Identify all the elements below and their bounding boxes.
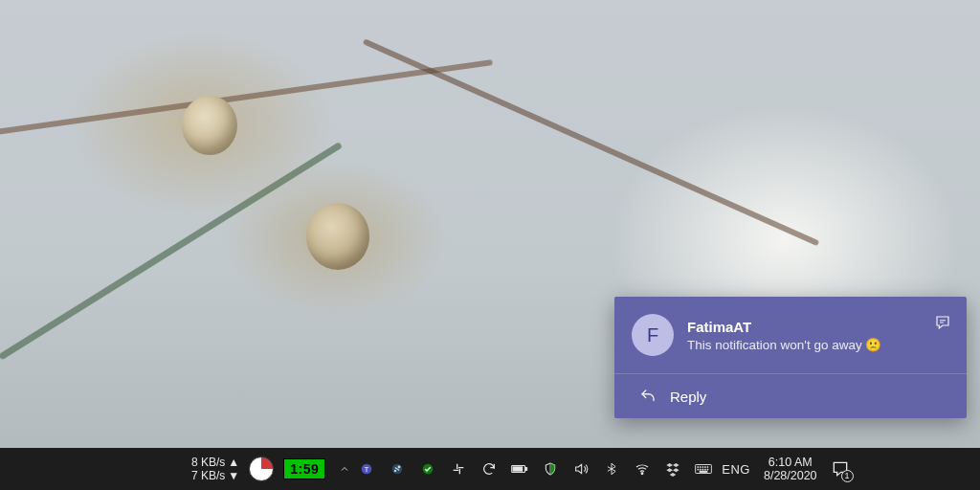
clock-date: 8/28/2020 <box>764 469 817 482</box>
svg-point-3 <box>398 466 401 469</box>
volume-tray-icon[interactable] <box>572 460 590 478</box>
svg-point-6 <box>423 464 434 475</box>
wallpaper-decor <box>182 96 237 155</box>
sender-avatar: F <box>632 314 674 356</box>
system-tray: T <box>358 460 712 478</box>
svg-rect-9 <box>513 467 523 471</box>
sync-tray-icon[interactable] <box>480 460 498 478</box>
svg-rect-22 <box>700 471 707 472</box>
disk-usage-icon[interactable] <box>249 457 274 481</box>
timer-widget[interactable]: 1:59 <box>283 458 325 479</box>
network-rate-meter[interactable]: 8 KB/s▲ 7 KB/s▼ <box>191 456 239 482</box>
wifi-tray-icon[interactable] <box>634 460 651 478</box>
upload-rate: 8 KB/s <box>191 456 225 469</box>
svg-point-21 <box>707 469 708 470</box>
svg-point-16 <box>707 467 708 468</box>
wallpaper-decor <box>363 38 819 246</box>
language-indicator[interactable]: ENG <box>722 462 750 477</box>
security-tray-icon[interactable] <box>542 460 559 478</box>
down-arrow-icon: ▼ <box>228 469 239 482</box>
svg-point-15 <box>705 467 706 468</box>
teams-notification-toast[interactable]: F FatimaAT This notification won't go aw… <box>614 297 967 418</box>
svg-point-4 <box>394 470 396 472</box>
toast-body-area[interactable]: F FatimaAT This notification won't go aw… <box>614 297 967 373</box>
svg-point-13 <box>701 467 702 468</box>
tray-overflow-chevron-icon[interactable] <box>339 463 350 475</box>
reply-button[interactable]: Reply <box>614 374 967 418</box>
sender-name: FatimaAT <box>687 319 921 335</box>
chat-icon <box>934 314 951 331</box>
svg-rect-8 <box>526 468 527 471</box>
wallpaper-decor <box>0 142 343 361</box>
wallpaper-decor <box>306 203 369 270</box>
taskbar-clock[interactable]: 6:10 AM 8/28/2020 <box>764 456 817 482</box>
svg-point-18 <box>701 469 702 470</box>
battery-tray-icon[interactable] <box>511 460 528 478</box>
svg-point-10 <box>641 473 643 475</box>
reply-icon <box>639 388 657 405</box>
svg-point-20 <box>705 469 706 470</box>
svg-text:T: T <box>365 465 369 474</box>
dropbox-tray-icon[interactable] <box>664 460 681 478</box>
steam-tray-icon[interactable] <box>389 460 406 478</box>
up-arrow-icon: ▲ <box>228 456 239 469</box>
action-center-button[interactable]: 1 <box>831 459 850 479</box>
clock-time: 6:10 AM <box>768 456 813 469</box>
notification-count-badge: 1 <box>841 470 854 482</box>
message-preview: This notification won't go away 🙁 <box>687 337 921 352</box>
bluetooth-tray-icon[interactable] <box>603 460 620 478</box>
touch-keyboard-tray-icon[interactable] <box>695 460 712 478</box>
teams-tray-icon[interactable]: T <box>358 460 375 478</box>
download-rate: 7 KB/s <box>191 469 225 482</box>
taskbar: 8 KB/s▲ 7 KB/s▼ 1:59 T <box>0 448 980 490</box>
svg-point-14 <box>702 467 703 468</box>
status-ok-tray-icon[interactable] <box>419 460 436 478</box>
wallpaper-decor <box>0 59 493 140</box>
slack-tray-icon[interactable] <box>450 460 467 478</box>
svg-point-19 <box>702 469 703 470</box>
svg-point-17 <box>698 469 699 470</box>
svg-point-12 <box>698 467 699 468</box>
reply-label: Reply <box>670 389 706 405</box>
